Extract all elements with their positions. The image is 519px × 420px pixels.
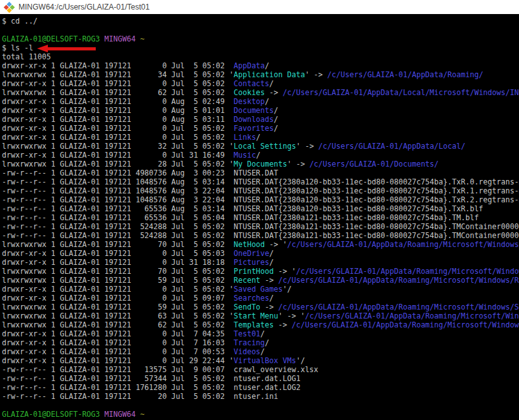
terminal-text-segment: $ cd ../ [2, 17, 38, 26]
file-row: drwxr-xr-x 1 GLAIZA-01 197121 0 Jul 31 1… [2, 258, 519, 267]
file-row: drwxr-xr-x 1 GLAIZA-01 197121 0 Jul 7 04… [2, 329, 519, 338]
window-titlebar: MINGW64:/c/Users/GLAIZA-01/Test01 [0, 0, 519, 14]
msys-app-icon[interactable] [4, 1, 15, 12]
terminal-text-segment: / [269, 249, 274, 258]
terminal-text-segment: / [274, 106, 278, 115]
terminal-text-segment: PrintHood [234, 267, 274, 276]
terminal-text-segment: / [256, 133, 260, 142]
terminal-text-segment: SendTo [234, 303, 260, 311]
terminal-text-segment: / [269, 294, 274, 303]
file-row: -rw-r--r-- 1 GLAIZA-01 197121 65536 Aug … [2, 204, 519, 213]
terminal-text-segment: AppData [234, 61, 265, 70]
window-title: MINGW64:/c/Users/GLAIZA-01/Test01 [19, 3, 149, 11]
terminal-text-segment: Contacts [234, 79, 269, 88]
terminal-text-segment: MINGW64 [105, 34, 136, 43]
terminal-text-segment: ~ [140, 410, 144, 419]
terminal-text-segment: lrwxrwxrwx 1 GLAIZA-01 197121 63 Jul 5 0… [2, 311, 234, 320]
terminal-text-segment: Test01 [234, 329, 260, 338]
terminal-text-segment: -rw-r--r-- 1 GLAIZA-01 197121 13575 Jul … [2, 365, 319, 374]
terminal-text-segment: / [260, 347, 265, 356]
terminal-text-segment: GLAIZA-01@DELSOFT-ROG3 [2, 410, 100, 419]
file-row: -rw-r--r-- 1 GLAIZA-01 197121 524288 Jul… [2, 231, 519, 240]
file-row: lrwxrwxrwx 1 GLAIZA-01 197121 59 Jul 5 0… [2, 276, 519, 285]
file-row: lrwxrwxrwx 1 GLAIZA-01 197121 28 Jul 5 0… [2, 160, 519, 169]
terminal-output[interactable]: $ cd ../ GLAIZA-01@DELSOFT-ROG3 MINGW64 … [0, 14, 519, 420]
file-row: -rw-r--r-- 1 GLAIZA-01 197121 524288 Jul… [2, 222, 519, 231]
command-cd: $ cd ../ [2, 17, 519, 26]
file-row: drwxr-xr-x 1 GLAIZA-01 197121 0 Jul 5 05… [2, 79, 519, 88]
terminal-text-segment: /c/Users/GLAIZA-01/AppData/Local/Microso… [283, 88, 519, 97]
file-row: drwxr-xr-x 1 GLAIZA-01 197121 0 Jul 5 05… [2, 285, 519, 294]
file-row: drwxr-xr-x 1 GLAIZA-01 197121 0 Aug 5 03… [2, 115, 519, 124]
terminal-text-segment: lrwxrwxrwx 1 GLAIZA-01 197121 32 Jul 5 0… [2, 142, 234, 151]
terminal-text-segment [100, 410, 105, 419]
terminal-text-segment: '/ [283, 285, 292, 294]
terminal-text-segment: / [260, 329, 265, 338]
file-row: -rw-r--r-- 1 GLAIZA-01 197121 1048576 Au… [2, 177, 519, 186]
terminal-text-segment: lrwxrwxrwx 1 GLAIZA-01 197121 70 Jul 5 0… [2, 240, 234, 249]
terminal-text-segment: lrwxrwxrwx 1 GLAIZA-01 197121 62 Jul 5 0… [2, 320, 234, 329]
terminal-text-segment: drwxr-xr-x 1 GLAIZA-01 197121 0 Jul 7 16… [2, 338, 234, 347]
terminal-text-segment: lrwxrwxrwx 1 GLAIZA-01 197121 34 Jul 5 0… [2, 70, 234, 79]
file-row: -rw-r--r-- 1 GLAIZA-01 197121 20 Jul 5 0… [2, 392, 519, 401]
terminal-text-segment: drwxr-xr-x 1 GLAIZA-01 197121 0 Jul 7 00… [2, 347, 234, 356]
terminal-text-segment: -rw-r--r-- 1 GLAIZA-01 197121 4980736 Au… [2, 169, 278, 177]
terminal-text-segment: / [265, 61, 269, 70]
file-row: drwxr-xr-x 1 GLAIZA-01 197121 0 Jul 31 1… [2, 151, 519, 160]
prompt-line: GLAIZA-01@DELSOFT-ROG3 MINGW64 ~ [2, 34, 519, 43]
file-row: -rw-r--r-- 1 GLAIZA-01 197121 65536 Jul … [2, 213, 519, 222]
terminal-text-segment: Pictures [234, 258, 269, 267]
terminal-text-segment: lrwxrwxrwx 1 GLAIZA-01 197121 28 Jul 5 0… [2, 160, 234, 169]
terminal-text-segment: /c/Users/GLAIZA-01/AppData/Roaming/Micro… [305, 311, 519, 320]
terminal-text-segment: -> ' [265, 240, 287, 249]
file-row: -rw-r--r-- 1 GLAIZA-01 197121 1048576 Au… [2, 195, 519, 204]
file-row: lrwxrwxrwx 1 GLAIZA-01 197121 62 Jul 5 0… [2, 88, 519, 97]
terminal-text-segment: Downloads [234, 115, 274, 124]
terminal-text-segment: drwxr-xr-x 1 GLAIZA-01 197121 0 Jul 5 05… [2, 61, 234, 70]
file-row: lrwxrwxrwx 1 GLAIZA-01 197121 63 Jul 5 0… [2, 311, 519, 320]
terminal-text-segment: GLAIZA-01@DELSOFT-ROG3 [2, 34, 100, 43]
terminal-text-segment: / [274, 124, 278, 133]
prompt-line: GLAIZA-01@DELSOFT-ROG3 MINGW64 ~ [2, 410, 519, 419]
terminal-text-segment: VirtualBox VMs [234, 356, 296, 365]
file-row: lrwxrwxrwx 1 GLAIZA-01 197121 34 Jul 5 0… [2, 70, 519, 79]
file-row: drwxr-xr-x 1 GLAIZA-01 197121 0 Jul 5 05… [2, 124, 519, 133]
terminal-text-segment: drwxr-xr-x 1 GLAIZA-01 197121 0 Jul 31 1… [2, 151, 234, 160]
file-row: lrwxrwxrwx 1 GLAIZA-01 197121 70 Jul 5 0… [2, 240, 519, 249]
terminal-text-segment: Start Menu [234, 311, 278, 320]
terminal-text-segment: drwxr-xr-x 1 GLAIZA-01 197121 0 Aug 5 03… [2, 115, 234, 124]
total-line: total 11005 [2, 52, 519, 61]
terminal-text-segment: -rw-r--r-- 1 GLAIZA-01 197121 1048576 Au… [2, 186, 519, 195]
terminal-text-segment: -> [274, 320, 292, 329]
terminal-text-segment: / [256, 151, 260, 160]
terminal-text-segment: $ ls -l [2, 43, 33, 52]
terminal-text-segment: Tracing [234, 338, 265, 347]
terminal-text-segment: /c/Users/GLAIZA-01/AppData/Roaming/Micro… [296, 267, 519, 276]
terminal-text-segment: drwxr-xr-x 1 GLAIZA-01 197121 0 Jul 5 05… [2, 285, 234, 294]
terminal-text-segment: OneDrive [234, 249, 269, 258]
file-row: drwxr-xr-x 1 GLAIZA-01 197121 0 Jul 7 16… [2, 338, 519, 347]
terminal-text-segment: drwxr-xr-x 1 GLAIZA-01 197121 0 Jul 5 05… [2, 249, 234, 258]
terminal-text-segment: /c/Users/GLAIZA-01/AppData/Roaming/ [327, 70, 483, 79]
file-row: drwxr-xr-x 1 GLAIZA-01 197121 0 Jul 7 00… [2, 347, 519, 356]
terminal-text-segment: Music [234, 151, 256, 160]
terminal-text-segment: drwxr-xr-x 1 GLAIZA-01 197121 0 Jul 5 05… [2, 133, 234, 142]
terminal-text-segment: /c/Users/GLAIZA-01/AppData/Roaming/Micro… [278, 303, 519, 311]
terminal-text-segment: lrwxrwxrwx 1 GLAIZA-01 197121 59 Jul 5 0… [2, 276, 234, 285]
terminal-text-segment: drwxr-xr-x 1 GLAIZA-01 197121 0 Jul 7 04… [2, 329, 234, 338]
file-row: -rw-r--r-- 1 GLAIZA-01 197121 1048576 Au… [2, 186, 519, 195]
terminal-text-segment: drwxr-xr-x 1 GLAIZA-01 197121 0 Aug 5 02… [2, 97, 234, 106]
terminal-text-segment: '/ [296, 356, 305, 365]
terminal-text-segment: -rw-r--r-- 1 GLAIZA-01 197121 65536 Jul … [2, 213, 479, 222]
file-row: -rw-r--r-- 1 GLAIZA-01 197121 57344 Jul … [2, 374, 519, 383]
terminal-text-segment: -rw-r--r-- 1 GLAIZA-01 197121 20 Jul 5 0… [2, 392, 278, 401]
file-row: -rw-r--r-- 1 GLAIZA-01 197121 4980736 Au… [2, 169, 519, 177]
file-row: lrwxrwxrwx 1 GLAIZA-01 197121 62 Jul 5 0… [2, 320, 519, 329]
terminal-text-segment: / [269, 258, 274, 267]
terminal-text-segment: -> ' [274, 267, 296, 276]
terminal-text-segment: -> [265, 88, 283, 97]
terminal-text-segment: / [269, 79, 274, 88]
terminal-text-segment: drwxr-xr-x 1 GLAIZA-01 197121 0 Jul 5 05… [2, 124, 234, 133]
terminal-text-segment: / [265, 97, 269, 106]
terminal-text-segment: drwxr-xr-x 1 GLAIZA-01 197121 0 Jul 5 05… [2, 79, 234, 88]
